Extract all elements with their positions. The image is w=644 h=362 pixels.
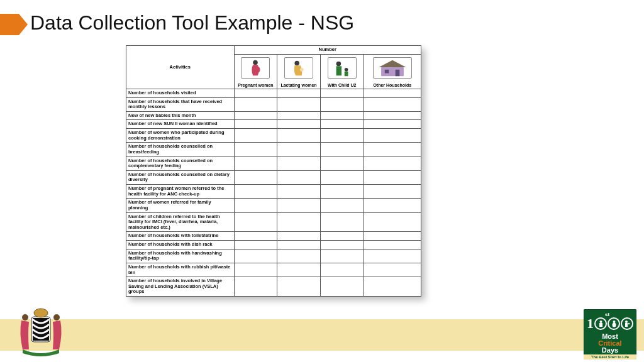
data-cell — [277, 185, 321, 199]
activity-label: Number of households counselled on breas… — [126, 143, 235, 156]
data-cell — [234, 263, 277, 277]
data-cell — [364, 97, 421, 111]
svg-point-4 — [336, 61, 341, 66]
logo-tagline: The Best Start to Life — [584, 354, 636, 359]
data-cell — [277, 143, 321, 156]
data-cell — [277, 212, 321, 232]
data-cell — [364, 263, 421, 277]
data-cell — [320, 143, 364, 156]
table-row: Number of households with handwashing fa… — [126, 249, 421, 263]
data-cell — [277, 263, 321, 277]
data-cell — [277, 277, 321, 297]
svg-rect-6 — [344, 71, 348, 76]
data-cell — [320, 263, 364, 277]
activity-label: Number of new SUN II woman identified — [126, 120, 235, 129]
activities-header: Activities — [126, 46, 235, 89]
data-cell — [277, 111, 321, 120]
table-row: Number of households counselled on breas… — [126, 143, 421, 156]
activity-label: Number of women who participated during … — [126, 129, 235, 143]
svg-point-17 — [613, 321, 615, 323]
data-cell — [320, 120, 364, 129]
accent-chevron — [0, 14, 19, 35]
table-row: Number of children referred to the healt… — [126, 212, 421, 232]
activity-label: New of new babies this month — [126, 111, 235, 120]
data-cell — [364, 241, 421, 250]
svg-point-5 — [344, 68, 348, 72]
table-row: Number of households with toilet/latrine — [126, 232, 421, 241]
table-row: New of new babies this month — [126, 111, 421, 120]
svg-point-19 — [625, 321, 628, 323]
data-cell — [364, 143, 421, 156]
with-child-icon — [328, 57, 357, 79]
data-cell — [234, 212, 277, 232]
data-cell — [234, 156, 277, 170]
table-row: Number of pregnant women referred to the… — [126, 185, 421, 199]
col-child-u2: With Child U2 — [320, 54, 364, 89]
footer-band — [0, 319, 644, 351]
data-cell — [364, 199, 421, 212]
logo-1000-days: st 1 Most Critical Days The Best Start t… — [584, 309, 636, 359]
data-cell — [364, 120, 421, 129]
logo-circle-icon — [594, 317, 607, 330]
number-header: Number — [234, 46, 421, 55]
table-row: Number of households that have received … — [126, 97, 421, 111]
data-cell — [277, 232, 321, 241]
svg-point-18 — [612, 323, 616, 327]
data-cell — [364, 212, 421, 232]
svg-point-15 — [53, 314, 60, 321]
data-cell — [364, 170, 421, 184]
data-cell — [277, 249, 321, 263]
page-title: Data Collection Tool Example - NSG — [30, 11, 354, 35]
data-cell — [364, 89, 421, 97]
table-row: Number of households involved in Village… — [126, 277, 421, 297]
logo-sup: st — [605, 312, 609, 317]
col-pregnant: Pregnant women — [234, 54, 277, 89]
table-row: Number of households counselled on dieta… — [126, 170, 421, 184]
svg-point-13 — [34, 309, 48, 317]
data-cell — [234, 111, 277, 120]
data-cell — [320, 232, 364, 241]
activity-label: Number of children referred to the healt… — [126, 212, 235, 232]
svg-rect-10 — [395, 69, 399, 75]
data-cell — [320, 185, 364, 199]
svg-point-3 — [300, 68, 304, 72]
svg-point-20 — [628, 323, 630, 325]
svg-point-2 — [294, 60, 299, 65]
data-cell — [320, 129, 364, 143]
data-cell — [320, 199, 364, 212]
data-cell — [364, 156, 421, 170]
table-row: Number of households with rubbish pit/wa… — [126, 263, 421, 277]
logo-circle-icon — [608, 317, 620, 330]
data-cell — [320, 97, 364, 111]
data-cell — [277, 170, 321, 184]
data-cell — [234, 120, 277, 129]
activity-label: Number of households visited — [126, 89, 235, 97]
data-cell — [364, 249, 421, 263]
data-cell — [234, 199, 277, 212]
data-collection-table: Activities Number Pregnant women Lactati… — [126, 45, 421, 297]
data-cell — [320, 156, 364, 170]
data-cell — [277, 97, 321, 111]
table-row: Number of households counselled on compl… — [126, 156, 421, 170]
data-cell — [277, 89, 321, 97]
data-cell — [234, 97, 277, 111]
data-cell — [234, 143, 277, 156]
logo-digit-1: 1 — [587, 315, 594, 332]
activity-label: Number of households that have received … — [126, 97, 235, 111]
data-cell — [277, 120, 321, 129]
data-cell — [320, 249, 364, 263]
logo-days: Days — [602, 346, 618, 354]
data-cell — [364, 111, 421, 120]
activity-label: Number of households with toilet/latrine — [126, 232, 235, 241]
data-cell — [364, 129, 421, 143]
data-cell — [234, 249, 277, 263]
table-row: Number of women who participated during … — [126, 129, 421, 143]
data-cell — [277, 129, 321, 143]
svg-point-14 — [22, 314, 28, 321]
data-cell — [234, 232, 277, 241]
activity-label: Number of households with rubbish pit/wa… — [126, 263, 235, 277]
activity-label: Number of households counselled on compl… — [126, 156, 235, 170]
svg-point-0 — [253, 60, 258, 65]
svg-rect-8 — [381, 67, 404, 76]
house-icon — [373, 57, 412, 79]
